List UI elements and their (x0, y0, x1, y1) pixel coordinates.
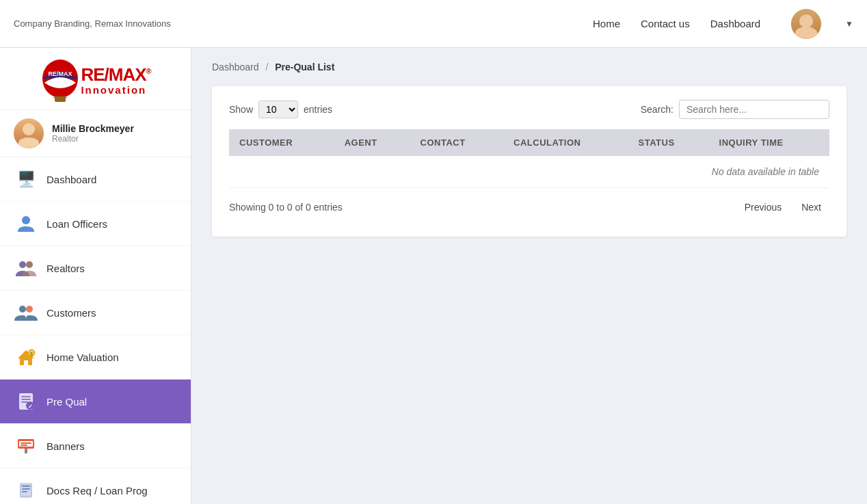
sidebar-label-pre-qual: Pre Qual (46, 396, 87, 408)
pre-qual-table: CUSTOMER AGENT CONTACT CALCULATION STATU… (229, 129, 829, 188)
showing-text: Showing 0 to 0 of 0 entries (229, 202, 343, 213)
show-label: Show (229, 104, 253, 115)
pagination-buttons: Previous Next (736, 198, 829, 216)
top-nav: Company Branding, Remax Innovations Home… (0, 0, 867, 48)
svg-rect-21 (21, 442, 31, 444)
show-entries-control: Show 10 25 50 100 entries (229, 101, 332, 118)
svg-rect-26 (22, 488, 30, 490)
sidebar-item-pre-qual[interactable]: ✓ Pre Qual (0, 380, 191, 424)
logo-container: RE/MAX RE/MAX® Innovation (40, 58, 150, 103)
svg-rect-16 (21, 401, 28, 403)
col-status: STATUS (628, 129, 709, 156)
entries-label: entries (304, 104, 332, 115)
nav-home[interactable]: Home (593, 18, 620, 29)
svg-rect-23 (25, 449, 27, 453)
svg-text:$: $ (30, 352, 33, 357)
svg-text:RE/MAX: RE/MAX (49, 70, 72, 77)
svg-rect-15 (21, 399, 31, 400)
col-contact: CONTACT (410, 129, 504, 156)
svg-point-6 (19, 261, 26, 268)
sidebar-item-home-valuation[interactable]: $ Home Valuation (0, 335, 191, 380)
main-layout: RE/MAX RE/MAX® Innovation Millie Brockme… (0, 48, 867, 504)
sidebar-label-loan-officers: Loan Officers (46, 218, 107, 230)
customers-icon (14, 300, 38, 325)
svg-text:✓: ✓ (28, 403, 33, 410)
docs-req-icon (14, 478, 38, 503)
avatar-dropdown-arrow[interactable]: ▼ (845, 19, 853, 29)
search-input[interactable] (679, 100, 829, 119)
sidebar-item-realtors[interactable]: Realtors (0, 246, 191, 291)
col-agent: AGENT (334, 129, 410, 156)
breadcrumb: Dashboard / Pre-Qual List (212, 62, 846, 72)
previous-button[interactable]: Previous (736, 198, 790, 216)
sidebar-item-dashboard[interactable]: 🖥️ Dashboard (0, 157, 191, 202)
col-calculation: CALCULATION (503, 129, 628, 156)
sidebar-label-realtors: Realtors (46, 263, 85, 274)
sidebar-label-banners: Banners (46, 440, 85, 452)
svg-point-5 (22, 216, 30, 224)
sidebar-item-loan-officers[interactable]: Loan Officers (0, 202, 191, 246)
logo-text: RE/MAX® Innovation (81, 65, 150, 96)
pre-qual-card: Show 10 25 50 100 entries Search: (212, 86, 846, 237)
main-content: Dashboard / Pre-Qual List Show 10 25 50 … (191, 48, 867, 504)
search-box: Search: (641, 100, 829, 119)
svg-point-9 (26, 306, 33, 313)
sidebar-label-customers: Customers (46, 307, 96, 319)
svg-rect-1 (55, 96, 66, 102)
sidebar-item-banners[interactable]: Banners (0, 424, 191, 468)
sidebar-item-docs-req[interactable]: Docs Req / Loan Prog (0, 468, 191, 504)
loan-officers-icon (14, 211, 38, 236)
table-footer: Showing 0 to 0 of 0 entries Previous Nex… (229, 198, 829, 216)
nav-dashboard-link[interactable]: Dashboard (710, 18, 760, 29)
sidebar-user-role: Realtor (52, 134, 134, 144)
sidebar-label-home-valuation: Home Valuation (46, 352, 119, 363)
svg-rect-25 (22, 486, 30, 487)
entries-select[interactable]: 10 25 50 100 (258, 101, 298, 118)
svg-rect-24 (20, 483, 32, 498)
sidebar-label-docs-req: Docs Req / Loan Prog (46, 485, 148, 496)
sidebar-logo: RE/MAX RE/MAX® Innovation (0, 48, 191, 110)
table-header-row: CUSTOMER AGENT CONTACT CALCULATION STATU… (229, 129, 829, 156)
user-avatar[interactable] (791, 9, 821, 39)
no-data-message: No data available in table (229, 156, 829, 188)
sidebar-label-dashboard: Dashboard (46, 174, 96, 185)
svg-rect-14 (21, 396, 31, 397)
avatar-face (791, 9, 821, 39)
breadcrumb-parent[interactable]: Dashboard (212, 62, 259, 72)
banners-icon (14, 434, 38, 458)
sidebar-item-customers[interactable]: Customers (0, 291, 191, 335)
sidebar-user-name: Millie Brockmeyer (52, 123, 134, 134)
sidebar-avatar (14, 118, 44, 148)
sidebar-nav: 🖥️ Dashboard Loan Officers (0, 157, 191, 504)
svg-rect-22 (21, 445, 27, 446)
no-data-row: No data available in table (229, 156, 829, 188)
search-label: Search: (641, 104, 673, 115)
breadcrumb-separator: / (265, 62, 268, 72)
nav-contact[interactable]: Contact us (641, 18, 690, 29)
pre-qual-icon: ✓ (14, 389, 38, 414)
remax-balloon-icon: RE/MAX (40, 58, 81, 103)
svg-point-8 (19, 306, 26, 313)
sidebar-user-info: Millie Brockmeyer Realtor (52, 123, 134, 144)
col-customer: CUSTOMER (229, 129, 334, 156)
realtors-icon (14, 256, 38, 280)
home-valuation-icon: $ (14, 345, 38, 369)
brand-text: Company Branding, Remax Innovations (14, 18, 593, 29)
col-inquiry-time: INQUIRY TIME (709, 129, 829, 156)
sidebar-user: Millie Brockmeyer Realtor (0, 110, 191, 157)
table-controls: Show 10 25 50 100 entries Search: (229, 100, 829, 119)
dashboard-icon: 🖥️ (14, 167, 38, 191)
nav-links: Home Contact us Dashboard ▼ (593, 9, 853, 39)
breadcrumb-current: Pre-Qual List (275, 62, 334, 72)
sidebar: RE/MAX RE/MAX® Innovation Millie Brockme… (0, 48, 191, 504)
svg-point-7 (26, 261, 33, 268)
next-button[interactable]: Next (793, 198, 829, 216)
svg-rect-27 (22, 491, 27, 492)
